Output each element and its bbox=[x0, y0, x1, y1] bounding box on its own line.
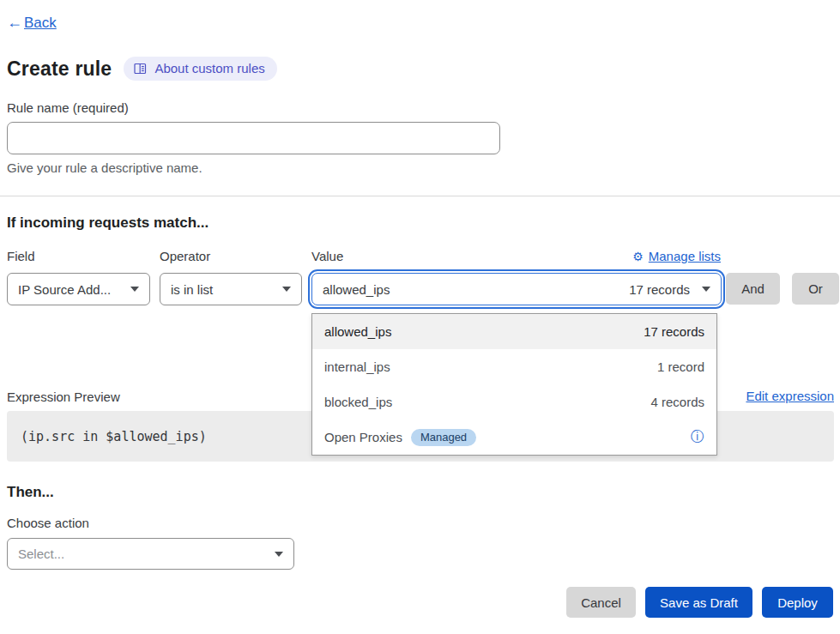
info-icon[interactable]: ⓘ bbox=[691, 428, 704, 446]
field-select[interactable]: IP Source Add... bbox=[7, 273, 150, 305]
managed-badge: Managed bbox=[411, 429, 476, 446]
list-item-name: internal_ips bbox=[324, 359, 390, 374]
list-item-open-proxies[interactable]: Open Proxies Managed ⓘ bbox=[312, 420, 716, 455]
book-icon bbox=[134, 63, 147, 75]
chevron-down-icon bbox=[702, 287, 710, 292]
or-button[interactable]: Or bbox=[792, 273, 839, 305]
operator-select-value: is in list bbox=[171, 282, 213, 297]
list-item-blocked-ips[interactable]: blocked_ips 4 records bbox=[312, 384, 716, 420]
title-row: Create rule About custom rules bbox=[7, 57, 277, 81]
value-label: Value bbox=[311, 249, 343, 263]
manage-lists[interactable]: ⚙ Manage lists bbox=[632, 249, 721, 263]
expression-preview-label: Expression Preview bbox=[7, 389, 120, 404]
manage-lists-link[interactable]: Manage lists bbox=[649, 249, 721, 263]
create-rule-page: ←Back Create rule About custom rules Rul… bbox=[0, 0, 840, 634]
gear-icon: ⚙ bbox=[632, 250, 644, 263]
list-item-meta: 17 records bbox=[644, 324, 704, 339]
rule-name-label: Rule name (required) bbox=[7, 100, 129, 115]
list-item-name: Open Proxies bbox=[324, 430, 402, 444]
field-select-value: IP Source Add... bbox=[18, 282, 111, 297]
field-label: Field bbox=[7, 249, 35, 263]
section-divider bbox=[0, 196, 840, 196]
rule-name-helper: Give your rule a descriptive name. bbox=[7, 160, 202, 175]
edit-expression-link[interactable]: Edit expression bbox=[746, 389, 834, 403]
operator-label: Operator bbox=[160, 249, 210, 263]
about-badge-label: About custom rules bbox=[154, 61, 264, 75]
value-dropdown-panel: allowed_ips 17 records internal_ips 1 re… bbox=[311, 313, 717, 456]
operator-select[interactable]: is in list bbox=[160, 273, 302, 305]
chevron-down-icon bbox=[275, 552, 283, 557]
back-link[interactable]: ←Back bbox=[7, 14, 57, 32]
about-custom-rules-badge[interactable]: About custom rules bbox=[124, 57, 276, 81]
action-select[interactable]: Select... bbox=[7, 538, 294, 570]
chevron-down-icon bbox=[282, 287, 291, 292]
then-heading: Then... bbox=[7, 484, 54, 501]
expression-code: (ip.src in $allowed_ips) bbox=[21, 429, 207, 444]
choose-action-label: Choose action bbox=[7, 516, 89, 530]
value-select-value: allowed_ips bbox=[323, 282, 390, 297]
match-heading: If incoming requests match... bbox=[7, 214, 208, 232]
list-item-internal-ips[interactable]: internal_ips 1 record bbox=[312, 349, 716, 384]
back-link-label[interactable]: Back bbox=[24, 15, 57, 32]
list-item-name: blocked_ips bbox=[324, 395, 392, 409]
list-item-allowed-ips[interactable]: allowed_ips 17 records bbox=[312, 314, 716, 349]
page-title: Create rule bbox=[7, 57, 112, 81]
rule-name-input[interactable] bbox=[7, 122, 500, 154]
back-arrow-icon: ← bbox=[7, 14, 22, 32]
chevron-down-icon bbox=[130, 287, 139, 292]
action-select-placeholder: Select... bbox=[18, 546, 64, 561]
cancel-button[interactable]: Cancel bbox=[566, 587, 636, 618]
value-select-records: 17 records bbox=[629, 282, 690, 297]
and-button[interactable]: And bbox=[726, 273, 780, 305]
list-item-name: allowed_ips bbox=[324, 324, 391, 339]
deploy-button[interactable]: Deploy bbox=[762, 587, 833, 618]
list-item-meta: 1 record bbox=[657, 359, 704, 374]
value-select[interactable]: allowed_ips 17 records bbox=[311, 273, 722, 305]
save-as-draft-button[interactable]: Save as Draft bbox=[645, 587, 752, 618]
list-item-meta: 4 records bbox=[650, 395, 704, 409]
